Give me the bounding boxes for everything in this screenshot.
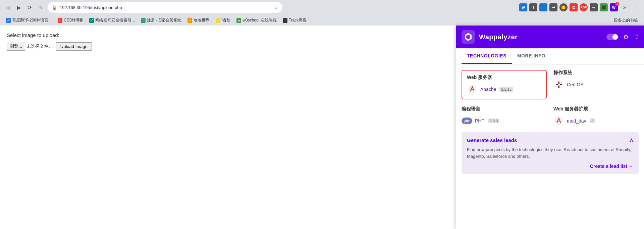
wappalyzer-panel: Wappalyzer ⚙ ☽ TECHNOLOGIES MORE INFO We…	[456, 26, 644, 229]
ext-green[interactable]: ⬛	[600, 3, 608, 11]
create-lead-list-link[interactable]: Create a lead list →	[590, 164, 633, 169]
wappalyzer-header-actions: ⚙ ☽	[606, 33, 639, 41]
bookmarks-bar: 译 百度翻译-200种语言... C CSDN博客 P 网络空间安全搜索引...…	[0, 15, 644, 26]
wappalyzer-header: Wappalyzer ⚙ ☽	[456, 26, 644, 48]
nav-buttons: ◀ ▶ ⟳ ⌂	[3, 3, 45, 12]
bookmark-track[interactable]: T Track黑客	[280, 16, 310, 24]
php-item[interactable]: php PHP 5.3.3	[462, 116, 547, 126]
ext-sidebar[interactable]: ⫴	[529, 3, 537, 11]
moddav-icon	[553, 116, 564, 126]
svg-point-6	[558, 84, 560, 86]
bookmark-device[interactable]: 设备上的书签	[611, 16, 641, 24]
php-name: PHP	[475, 118, 485, 124]
ext-wappalyzer[interactable]: W 1	[610, 3, 618, 11]
bookmark-label-baidu: 百度翻译-200种语言...	[12, 17, 52, 23]
lead-title-text: Generate sales leads	[467, 137, 517, 143]
no-file-text: 未选择文件。	[26, 43, 53, 49]
apache-version: 2.2.15	[499, 87, 513, 92]
lead-title: Generate sales leads ∧	[467, 137, 633, 143]
dark-mode-button[interactable]: ☽	[633, 33, 639, 41]
web-server-ext-section: Web 服务器扩展 mod_dav 2	[553, 106, 639, 126]
star-icon[interactable]: ☆	[274, 5, 278, 10]
address-bar-actions: ☆	[274, 5, 278, 10]
browser-chrome: ◀ ▶ ⟳ ⌂ 🔒 ☆ 译 ⫴ 👤 ↩ 😶 ⊡ ABP ∞ ⬛ W 1	[0, 0, 644, 26]
ext-capture[interactable]: ⊡	[570, 3, 578, 11]
centos-icon	[553, 79, 564, 90]
bookmark-label-attack: 攻攻世界	[194, 17, 210, 23]
php-version: 5.3.3	[488, 119, 499, 123]
php-icon-box: php	[462, 118, 472, 124]
web-server-title: Web 服务器	[467, 75, 541, 81]
bookmark-label-netspace: 网络空间安全搜索引...	[95, 17, 135, 23]
toggle-button[interactable]	[606, 34, 619, 40]
ext-face[interactable]: 😶	[559, 3, 568, 11]
address-bar-input[interactable]	[60, 5, 271, 10]
bookmark-icon-w3school: w	[236, 18, 241, 23]
apache-item[interactable]: Apache 2.2.15	[467, 84, 541, 95]
wappalyzer-logo-svg	[464, 32, 473, 42]
browse-button[interactable]: 浏览...	[7, 42, 25, 51]
ext-infin[interactable]: ∞	[590, 3, 598, 11]
apache-name: Apache	[480, 87, 496, 92]
php-icon: php	[462, 116, 472, 126]
os-title: 操作系统	[553, 70, 639, 76]
page-content: Select image to upload: 浏览... 未选择文件。 Upl…	[0, 26, 644, 229]
nav-refresh-button[interactable]: ⟳	[25, 3, 34, 12]
browser-actions: 译 ⫴ 👤 ↩ 😶 ⊡ ABP ∞ ⬛ W 1 » ⋮	[519, 3, 641, 12]
bookmark-w3school[interactable]: w w3school 在线教程	[234, 16, 279, 24]
centos-item[interactable]: CentOS	[553, 79, 639, 90]
lead-collapse-icon[interactable]: ∧	[630, 137, 633, 143]
moddav-version: 2	[590, 119, 595, 123]
moddav-item[interactable]: mod_dav 2	[553, 116, 639, 126]
lead-text: Find new prospects by the technologies t…	[467, 146, 633, 159]
bookmark-iqiu[interactable]: i i诸秋	[213, 16, 233, 24]
wappalyzer-logo	[462, 30, 475, 44]
tab-more-info[interactable]: MORE INFO	[512, 48, 551, 64]
ext-translate[interactable]: 译	[519, 3, 527, 11]
programming-title: 编程语言	[462, 106, 547, 112]
bookmark-icon-csdn: C	[58, 18, 62, 23]
ext-abp[interactable]: ABP	[580, 3, 588, 11]
centos-name: CentOS	[567, 82, 584, 87]
bookmark-label-sjia: 注册 - S家会员系统	[147, 17, 181, 23]
ext-undo[interactable]: ↩	[549, 3, 557, 11]
browser-toolbar: ◀ ▶ ⟳ ⌂ 🔒 ☆ 译 ⫴ 👤 ↩ 😶 ⊡ ABP ∞ ⬛ W 1	[0, 0, 644, 15]
nav-forward-button[interactable]: ▶	[14, 3, 23, 12]
shield-icon: 🔒	[52, 5, 57, 10]
bookmark-attack[interactable]: ⚡ 攻攻世界	[185, 16, 212, 24]
moddav-name: mod_dav	[567, 118, 586, 124]
web-server-box: Web 服务器 Apache 2.2.	[462, 70, 547, 99]
bookmark-netspace[interactable]: P 网络空间安全搜索引...	[87, 16, 138, 24]
ext-profile[interactable]: 👤	[539, 3, 547, 11]
upload-image-button[interactable]: Upload Image	[56, 42, 92, 51]
file-input-display: 浏览... 未选择文件。	[7, 42, 53, 51]
programming-section: 编程语言 php PHP 5.3.3	[462, 106, 547, 126]
web-server-section: Web 服务器 Apache 2.2.	[462, 70, 547, 99]
wappalyzer-logo-area: Wappalyzer	[462, 30, 518, 44]
settings-button[interactable]: ⚙	[623, 33, 629, 41]
nav-back-button[interactable]: ◀	[3, 3, 13, 12]
bookmark-icon-attack: ⚡	[187, 18, 192, 23]
tab-technologies[interactable]: TECHNOLOGIES	[462, 48, 512, 64]
wappalyzer-tabs: TECHNOLOGIES MORE INFO	[456, 48, 644, 64]
bookmark-sjia[interactable]: 🌐 注册 - S家会员系统	[138, 16, 184, 24]
bookmark-icon-netspace: P	[89, 18, 94, 23]
web-server-ext-title: Web 服务器扩展	[553, 106, 639, 112]
nav-home-button[interactable]: ⌂	[36, 3, 45, 12]
bookmark-label-csdn: CSDN博客	[64, 17, 83, 23]
wappalyzer-title: Wappalyzer	[479, 33, 518, 41]
bookmark-label-track: Track黑客	[289, 17, 307, 23]
lead-section: Generate sales leads ∧ Find new prospect…	[462, 132, 639, 174]
bookmark-baidu[interactable]: 译 百度翻译-200种语言...	[3, 16, 54, 24]
bookmark-label-w3school: w3school 在线教程	[243, 17, 276, 23]
apache-icon	[467, 84, 478, 95]
bookmark-icon-sjia: 🌐	[141, 18, 146, 23]
bookmark-icon-iqiu: i	[216, 18, 220, 23]
browser-menu-button[interactable]: ⋮	[631, 3, 641, 12]
extensions-more-button[interactable]: »	[620, 3, 629, 12]
bookmark-icon-baidu: 译	[6, 18, 11, 23]
wappalyzer-content: Web 服务器 Apache 2.2.	[456, 64, 644, 229]
address-bar-container: 🔒 ☆	[48, 2, 282, 13]
bookmark-csdn[interactable]: C CSDN博客	[55, 16, 86, 24]
tech-sections: Web 服务器 Apache 2.2.	[462, 70, 639, 126]
